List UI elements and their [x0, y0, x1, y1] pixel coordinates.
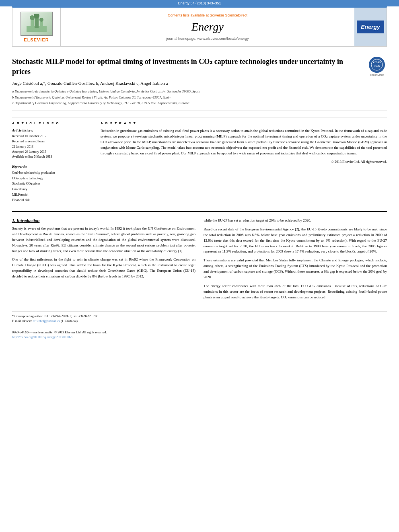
abstract-text: Reduction in greenhouse gas emissions of… — [101, 128, 387, 156]
keyword-2: CO₂ capture technology — [12, 176, 93, 181]
received-revised-label: Received in revised form — [12, 139, 93, 144]
crossmark-label: CrossMark — [370, 74, 384, 76]
copyright-line: © 2013 Elsevier Ltd. All rights reserved… — [101, 160, 387, 164]
elsevier-logo: ELSEVIER — [21, 12, 53, 42]
intro-para-1: Society is aware of the problems that ar… — [12, 226, 195, 254]
journal-citation: Energy 54 (2013) 343–351 — [178, 1, 221, 5]
available-date: Available online 5 March 2013 — [12, 154, 93, 160]
doi-line: http://dx.doi.org/10.1016/j.energy.2013.… — [12, 335, 387, 340]
received-revised-date: 22 January 2013 — [12, 144, 93, 150]
issn-line: 0360-5442/$ — see front matter © 2013 El… — [12, 330, 387, 335]
journal-name: Energy — [191, 21, 224, 33]
journal-citation-bar: Energy 54 (2013) 343–351 — [0, 0, 399, 6]
svg-text:mark: mark — [374, 65, 380, 67]
svg-text:cross: cross — [373, 61, 381, 64]
energy-badge: Energy — [357, 21, 384, 33]
keyword-4: Uncertainty — [12, 187, 93, 192]
article-info-col: A R T I C L E I N F O Article history: R… — [12, 121, 93, 203]
email-label: E-mail address: — [12, 319, 32, 323]
article-title-section: Stochastic MILP model for optimal timing… — [12, 53, 387, 111]
right-para-4: The energy sector contributes with more … — [204, 283, 387, 300]
elsevier-logo-image — [21, 12, 53, 36]
energy-badge-label: Energy — [361, 24, 380, 30]
email-address[interactable]: cristobalj@unican.es — [33, 319, 60, 323]
info-abstract-section: A R T I C L E I N F O Article history: R… — [12, 117, 387, 203]
right-para-2: Based on recent data of the European Env… — [204, 227, 387, 255]
crossmark-section: cross mark CrossMark — [367, 57, 387, 76]
footer-bottom: 0360-5442/$ — see front matter © 2013 El… — [12, 328, 387, 340]
intro-section-title: 1. Introduction — [12, 218, 195, 223]
received-date: Received 10 October 2012 — [12, 134, 93, 139]
authors-line: Jorge Cristóbal a,*, Gonzalo Guillén-Gos… — [12, 80, 361, 87]
intro-para-2: One of the first milestones in the fight… — [12, 257, 195, 279]
keyword-6: Financial risk — [12, 197, 93, 203]
email-note: E-mail address: cristobalj@unican.es (J.… — [12, 319, 387, 324]
keyword-3: Stochastic CO₂ prices — [12, 181, 93, 187]
journal-homepage: journal homepage: www.elsevier.com/locat… — [166, 37, 249, 41]
affiliation-a: a Departamento de Ingeniería Química y Q… — [12, 89, 361, 94]
journal-title-section: Contents lists available at SciVerse Sci… — [61, 8, 354, 46]
energy-badge-section: Energy — [354, 8, 387, 46]
footer-section: * Corresponding author. Tel.: +34 942200… — [12, 312, 387, 324]
abstract-col: A B S T R A C T Reduction in greenhouse … — [101, 121, 387, 203]
accepted-date: Accepted 26 January 2013 — [12, 150, 93, 155]
body-right-col: while the EU-27 has set a reduction targ… — [204, 218, 387, 304]
right-para-1: while the EU-27 has set a reduction targ… — [204, 218, 387, 224]
right-para-3: These estimations are valid provided tha… — [204, 258, 387, 280]
svg-point-6 — [39, 18, 43, 22]
sciverse-link[interactable]: SciVerse ScienceDirect — [210, 13, 248, 17]
body-content: 1. Introduction Society is aware of the … — [12, 211, 387, 340]
journal-header: ELSEVIER Contents lists available at Sci… — [12, 6, 387, 47]
crossmark-badge: cross mark — [369, 57, 385, 73]
article-history: Article history: Received 10 October 201… — [12, 128, 93, 160]
keyword-1: Coal-based electricity production — [12, 170, 93, 176]
keyword-5: MILP model — [12, 192, 93, 198]
keywords-title: Keywords: — [12, 164, 93, 168]
article-title-block: Stochastic MILP model for optimal timing… — [12, 57, 361, 107]
doi-link[interactable]: http://dx.doi.org/10.1016/j.energy.2013.… — [12, 335, 72, 339]
body-left-col: 1. Introduction Society is aware of the … — [12, 218, 195, 304]
affiliation-c: c Department of Chemical Engineering, La… — [12, 101, 361, 106]
email-name: (J. Cristóbal). — [61, 319, 78, 323]
elsevier-label: ELSEVIER — [24, 37, 49, 42]
abstract-heading: A B S T R A C T — [101, 121, 387, 125]
corresponding-note: * Corresponding author. Tel.: +34 942200… — [12, 314, 387, 319]
elsevier-logo-section: ELSEVIER — [12, 8, 61, 46]
keywords-section: Keywords: Coal-based electricity product… — [12, 164, 93, 203]
article-title: Stochastic MILP model for optimal timing… — [12, 57, 361, 77]
main-content: Stochastic MILP model for optimal timing… — [12, 47, 387, 346]
sciverse-text: Contents lists available at SciVerse Sci… — [168, 13, 247, 17]
body-two-col: 1. Introduction Society is aware of the … — [12, 218, 387, 304]
article-info-heading: A R T I C L E I N F O — [12, 121, 93, 125]
affiliation-b: b Departament d'Enginyeria Química, Univ… — [12, 95, 361, 100]
history-title: Article history: — [12, 128, 93, 132]
